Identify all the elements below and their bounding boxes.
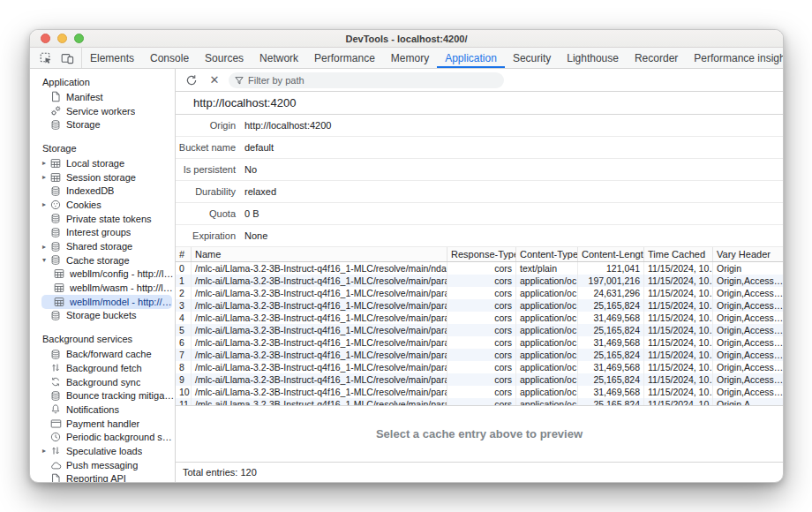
cell-index: 4 — [176, 312, 192, 324]
sidebar-item-cache-storage[interactable]: ▾Cache storage — [30, 253, 175, 267]
sidebar-section-background-services: Background services — [30, 330, 175, 347]
cell-vary-header: Origin — [713, 262, 783, 275]
tab-performance[interactable]: Performance — [306, 48, 383, 68]
cell-index: 6 — [176, 336, 192, 349]
expander-collapsed-icon[interactable]: ▸ — [39, 447, 49, 455]
tab-network[interactable]: Network — [252, 48, 306, 68]
cell-name: /mlc-ai/Llama-3.2-3B-Instruct-q4f16_1-ML… — [192, 262, 447, 275]
table-row[interactable]: 7/mlc-ai/Llama-3.2-3B-Instruct-q4f16_1-M… — [176, 349, 783, 361]
sidebar-item-push-messaging[interactable]: Push messaging — [30, 458, 175, 472]
grid-icon — [53, 296, 65, 308]
expander-collapsed-icon[interactable]: ▸ — [39, 159, 49, 167]
sidebar-item-local-storage[interactable]: ▸Local storage — [30, 156, 175, 170]
tab-label: Lighthouse — [567, 52, 619, 64]
column-header-name[interactable]: Name — [192, 247, 447, 261]
column-header-time-cached[interactable]: Time Cached — [644, 247, 713, 261]
inspect-element-icon[interactable] — [37, 50, 55, 66]
cache-table-body[interactable]: 0/mlc-ai/Llama-3.2-3B-Instruct-q4f16_1-M… — [176, 262, 783, 405]
sidebar-item-webllm-config[interactable]: webllm/config - http://loc… — [30, 267, 175, 282]
table-row[interactable]: 2/mlc-ai/Llama-3.2-3B-Instruct-q4f16_1-M… — [176, 287, 783, 299]
cell-response-type: cors — [447, 373, 516, 386]
cell-name: /mlc-ai/Llama-3.2-3B-Instruct-q4f16_1-ML… — [192, 373, 447, 386]
sidebar-section-application: Application — [30, 73, 175, 90]
table-row[interactable]: 1/mlc-ai/Llama-3.2-3B-Instruct-q4f16_1-M… — [176, 275, 783, 287]
cache-table-header[interactable]: #NameResponse-TypeContent-TypeContent-Le… — [176, 247, 783, 262]
tab-security[interactable]: Security — [505, 48, 559, 68]
cell-index: 3 — [176, 299, 192, 312]
sidebar-item-session-storage[interactable]: ▸Session storage — [30, 170, 175, 184]
column-header-content-type[interactable]: Content-Type — [516, 247, 578, 261]
tab-console[interactable]: Console — [142, 48, 197, 68]
filter-input[interactable] — [248, 75, 477, 86]
sidebar-item-background-sync[interactable]: Background sync — [30, 375, 175, 389]
table-row[interactable]: 4/mlc-ai/Llama-3.2-3B-Instruct-q4f16_1-M… — [176, 312, 783, 324]
tab-lighthouse[interactable]: Lighthouse — [559, 48, 627, 68]
tab-sources[interactable]: Sources — [197, 48, 252, 68]
table-row[interactable]: 8/mlc-ai/Llama-3.2-3B-Instruct-q4f16_1-M… — [176, 361, 783, 373]
sidebar-item-cookies[interactable]: ▸Cookies — [30, 198, 175, 212]
cell-response-type: cors — [447, 386, 516, 398]
cell-index: 7 — [176, 349, 192, 361]
sidebar-item-notifications[interactable]: Notifications — [30, 403, 175, 417]
clear-cache-button[interactable]: ✕ — [206, 72, 223, 89]
cell-vary-header: Origin,Access… — [713, 361, 783, 373]
sidebar-item-webllm-wasm[interactable]: webllm/wasm - http://loca… — [30, 281, 175, 295]
cell-response-type: cors — [447, 275, 516, 287]
cell-name: /mlc-ai/Llama-3.2-3B-Instruct-q4f16_1-ML… — [192, 299, 447, 312]
sidebar-item-speculative-loads[interactable]: ▸Speculative loads — [30, 444, 175, 458]
sidebar-item-private-state-tokens[interactable]: Private state tokens — [30, 212, 175, 226]
devtools-mode-buttons — [30, 48, 82, 68]
devtools-window: DevTools - localhost:4200/ ElementsCo — [29, 29, 784, 483]
tab-memory[interactable]: Memory — [383, 48, 437, 68]
sidebar-item-background-fetch[interactable]: Background fetch — [30, 361, 175, 375]
tab-elements[interactable]: Elements — [82, 48, 142, 68]
sidebar-item-periodic-background-sync[interactable]: Periodic background sync — [30, 430, 175, 444]
sidebar-item-service-workers[interactable]: Service workers — [30, 104, 175, 118]
sidebar-item-payment-handler[interactable]: Payment handler — [30, 417, 175, 431]
tab-application[interactable]: Application — [437, 48, 505, 68]
expander-collapsed-icon[interactable]: ▸ — [39, 200, 49, 208]
tab-performance-insights[interactable]: Performance insights — [686, 48, 784, 68]
expander-expanded-icon[interactable]: ▾ — [39, 256, 49, 264]
toggle-device-toolbar-icon[interactable] — [58, 50, 76, 66]
table-row[interactable]: 0/mlc-ai/Llama-3.2-3B-Instruct-q4f16_1-M… — [176, 262, 783, 275]
sidebar-item-webllm-model[interactable]: webllm/model - http://loc… — [41, 295, 172, 309]
sync-icon — [49, 376, 62, 388]
table-row[interactable]: 6/mlc-ai/Llama-3.2-3B-Instruct-q4f16_1-M… — [176, 336, 783, 349]
column-header-index[interactable]: # — [176, 247, 192, 261]
table-row[interactable]: 11/mlc-ai/Llama-3.2-3B-Instruct-q4f16_1-… — [176, 398, 783, 405]
sidebar-item-bounce-tracking-mitigations[interactable]: Bounce tracking mitigations — [30, 388, 175, 403]
cell-content-type: application/oc… — [516, 373, 578, 386]
tab-label: Recorder — [635, 52, 678, 64]
table-row[interactable]: 3/mlc-ai/Llama-3.2-3B-Instruct-q4f16_1-M… — [176, 299, 783, 312]
cell-name: /mlc-ai/Llama-3.2-3B-Instruct-q4f16_1-ML… — [192, 386, 447, 398]
column-header-vary-header[interactable]: Vary Header — [713, 247, 783, 261]
table-row[interactable]: 9/mlc-ai/Llama-3.2-3B-Instruct-q4f16_1-M… — [176, 373, 783, 386]
filter-box[interactable] — [229, 72, 504, 88]
cell-content-type: application/oc… — [516, 349, 578, 361]
tab-recorder[interactable]: Recorder — [627, 48, 686, 68]
sidebar-item-interest-groups[interactable]: Interest groups — [30, 226, 175, 240]
sidebar-item-reporting-api[interactable]: Reporting API — [30, 472, 175, 483]
sidebar-item-label: Session storage — [66, 172, 136, 183]
cell-time-cached: 11/15/2024, 10… — [644, 386, 713, 398]
status-bar: Total entries: 120 — [176, 462, 783, 482]
grid-icon — [49, 157, 62, 169]
cell-time-cached: 11/15/2024, 10… — [644, 336, 713, 349]
column-header-response-type[interactable]: Response-Type — [447, 247, 516, 261]
window-titlebar[interactable]: DevTools - localhost:4200/ — [30, 30, 783, 48]
gears-icon — [49, 105, 62, 117]
sidebar-item-back-forward-cache[interactable]: Back/forward cache — [30, 347, 175, 361]
sidebar-item-storage-buckets[interactable]: Storage buckets — [30, 309, 175, 323]
sidebar-item-manifest[interactable]: Manifest — [30, 90, 175, 104]
table-row[interactable]: 5/mlc-ai/Llama-3.2-3B-Instruct-q4f16_1-M… — [176, 324, 783, 336]
table-row[interactable]: 10/mlc-ai/Llama-3.2-3B-Instruct-q4f16_1-… — [176, 386, 783, 398]
sidebar-item-indexeddb[interactable]: IndexedDB — [30, 184, 175, 198]
database-icon — [49, 184, 62, 197]
sidebar-item-shared-storage[interactable]: ▸Shared storage — [30, 239, 175, 253]
expander-collapsed-icon[interactable]: ▸ — [39, 243, 49, 251]
sidebar-item-storage[interactable]: Storage — [30, 117, 175, 132]
expander-collapsed-icon[interactable]: ▸ — [39, 173, 49, 181]
column-header-content-length[interactable]: Content-Length — [578, 247, 644, 261]
refresh-button[interactable] — [183, 72, 200, 89]
